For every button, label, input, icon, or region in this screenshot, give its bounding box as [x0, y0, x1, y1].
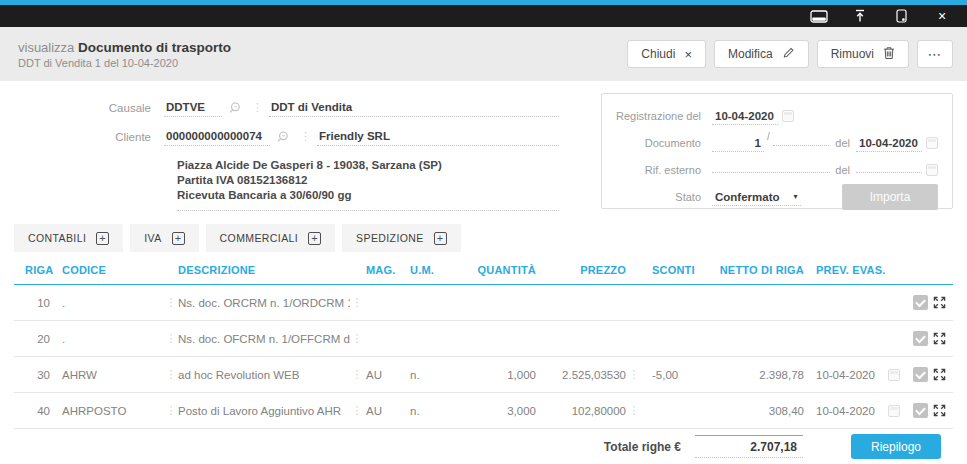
- expand-row-icon[interactable]: [933, 296, 946, 309]
- cell-netto: 2.398,78: [704, 369, 804, 381]
- riepilogo-button[interactable]: Riepilogo: [851, 434, 941, 459]
- cell-um: n.: [406, 405, 460, 417]
- del-label: del: [835, 137, 850, 149]
- rif-esterno-field[interactable]: [712, 168, 830, 173]
- cliente-address: Piazza Alcide De Gasperi 8 - 19038, Sarz…: [177, 154, 559, 211]
- cell-descrizione: Ns. doc. OFCRM n. 1/OFFCRM del: [178, 333, 350, 345]
- cliente-code-field[interactable]: 000000000000074: [164, 127, 270, 146]
- expand-plus-icon: +: [434, 232, 447, 245]
- tab-iva[interactable]: IVA +: [130, 224, 198, 252]
- cell-prezzo: 2.525,03530: [536, 369, 626, 381]
- row-checkbox[interactable]: [913, 331, 928, 346]
- col-header-netto[interactable]: NETTO DI RIGA: [704, 264, 804, 276]
- documento-suffix-field[interactable]: [773, 141, 829, 146]
- cell-riga: 20: [14, 333, 54, 345]
- cell-codice: AHRW: [54, 369, 164, 381]
- table-row[interactable]: 20 . ⋮ Ns. doc. OFCRM n. 1/OFFCRM del ⋮: [14, 321, 953, 357]
- causale-desc-field[interactable]: DDT di Vendita: [269, 98, 559, 117]
- cell-mag: AU: [364, 369, 406, 381]
- drag-handle-icon[interactable]: ⋮: [350, 296, 364, 309]
- cell-um: n.: [406, 369, 460, 381]
- device-icon[interactable]: [892, 8, 910, 24]
- totals-bar: Totale righe € 2.707,18 Riepilogo: [14, 434, 953, 459]
- col-header-descrizione[interactable]: DESCRIZIONE: [178, 264, 350, 276]
- col-header-mag[interactable]: MAG.: [364, 264, 406, 276]
- row-checkbox[interactable]: [913, 367, 928, 382]
- section-tabs: CONTABILI + IVA + COMMERCIALI + SPEDIZIO…: [14, 224, 953, 252]
- address-line: Piazza Alcide De Gasperi 8 - 19038, Sarz…: [177, 158, 559, 173]
- address-line: Ricevuta Bancaria a 30/60/90 gg: [177, 188, 559, 203]
- col-header-sconti[interactable]: SCONTI: [642, 264, 704, 276]
- more-actions-button[interactable]: ⋯: [917, 40, 953, 68]
- rif-esterno-date-field[interactable]: [856, 168, 922, 173]
- drag-handle-icon[interactable]: ⋮: [350, 368, 364, 381]
- col-header-codice[interactable]: CODICE: [54, 264, 164, 276]
- row-menu-icon[interactable]: ⋮: [626, 404, 642, 417]
- cell-riga: 10: [14, 297, 54, 309]
- del-label: del: [835, 164, 850, 176]
- calendar-icon[interactable]: [782, 110, 794, 122]
- cliente-row: Cliente 000000000000074 ⋮ Friendly SRL: [14, 122, 559, 151]
- drag-handle-icon: ⋮: [252, 101, 263, 114]
- expand-row-icon[interactable]: [933, 404, 946, 417]
- col-header-prev[interactable]: PREV. EVAS.: [804, 264, 884, 276]
- cell-descrizione: Posto di Lavoro Aggiuntivo AHR: [178, 405, 350, 417]
- address-line: Partita IVA 08152136812: [177, 173, 559, 188]
- drag-handle-icon[interactable]: ⋮: [164, 368, 178, 381]
- row-menu-icon[interactable]: ⋮: [626, 368, 642, 381]
- calendar-icon[interactable]: [888, 405, 900, 417]
- cliente-search-icon[interactable]: [276, 130, 290, 144]
- col-header-prezzo[interactable]: PREZZO: [536, 264, 626, 276]
- stato-dropdown[interactable]: Confermato ▾: [712, 189, 801, 206]
- table-row[interactable]: 30 AHRW ⋮ ad hoc Revolution WEB ⋮ AU n. …: [14, 357, 953, 393]
- col-header-quantita[interactable]: QUANTITÀ: [460, 264, 536, 276]
- window-close-icon[interactable]: ×: [933, 8, 951, 24]
- documento-number-field[interactable]: 1: [712, 135, 764, 152]
- window-card-icon[interactable]: [810, 8, 828, 24]
- remove-button[interactable]: Rimuovi: [817, 40, 909, 68]
- trash-icon: [883, 46, 895, 63]
- table-header-row: RIGA CODICE DESCRIZIONE MAG. U.M. QUANTI…: [14, 264, 953, 285]
- calendar-icon[interactable]: [888, 369, 900, 381]
- row-checkbox[interactable]: [913, 403, 928, 418]
- col-header-riga[interactable]: RIGA: [14, 264, 54, 276]
- drag-handle-icon[interactable]: ⋮: [164, 296, 178, 309]
- edit-button[interactable]: Modifica: [714, 40, 809, 68]
- pencil-icon: [782, 46, 795, 62]
- registration-panel: Registrazione del 10-04-2020 Documento 1…: [601, 93, 953, 209]
- totale-righe-label: Totale righe €: [604, 440, 681, 454]
- cell-descrizione: ad hoc Revolution WEB: [178, 369, 350, 381]
- drag-handle-icon: ⋮: [300, 130, 311, 143]
- cell-prezzo: 102,80000: [536, 405, 626, 417]
- mode-label: visualizza: [18, 40, 74, 55]
- tab-commerciali[interactable]: COMMERCIALI +: [206, 224, 336, 252]
- table-row[interactable]: 10 . ⋮ Ns. doc. ORCRM n. 1/ORDCRM 10-04 …: [14, 285, 953, 321]
- drag-handle-icon[interactable]: ⋮: [350, 404, 364, 417]
- col-header-um[interactable]: U.M.: [406, 264, 460, 276]
- expand-plus-icon: +: [308, 232, 321, 245]
- calendar-icon[interactable]: [926, 164, 938, 176]
- documento-row: Documento 1 / del 10-04-2020: [616, 131, 938, 155]
- row-checkbox[interactable]: [913, 295, 928, 310]
- documento-date-field[interactable]: 10-04-2020: [856, 135, 922, 152]
- tab-spedizione[interactable]: SPEDIZIONE +: [342, 224, 461, 252]
- registrazione-date-field[interactable]: 10-04-2020: [712, 108, 778, 125]
- drag-handle-icon[interactable]: ⋮: [164, 332, 178, 345]
- cell-prev-evas: 10-04-2020: [804, 405, 884, 417]
- drag-handle-icon[interactable]: ⋮: [164, 404, 178, 417]
- causale-search-icon[interactable]: [228, 101, 242, 115]
- cell-netto: 308,40: [704, 405, 804, 417]
- cliente-desc-field[interactable]: Friendly SRL: [317, 127, 559, 146]
- page-subtitle: DDT di Vendita 1 del 10-04-2020: [18, 57, 231, 69]
- tab-contabili[interactable]: CONTABILI +: [14, 224, 123, 252]
- causale-code-field[interactable]: DDTVE: [164, 98, 222, 117]
- upload-icon[interactable]: [851, 8, 869, 24]
- expand-row-icon[interactable]: [933, 332, 946, 345]
- drag-handle-icon[interactable]: ⋮: [350, 332, 364, 345]
- importa-button[interactable]: Importa: [842, 184, 938, 210]
- expand-row-icon[interactable]: [933, 368, 946, 381]
- table-row[interactable]: 40 AHRPOSTO ⋮ Posto di Lavoro Aggiuntivo…: [14, 393, 953, 429]
- cell-codice: AHRPOSTO: [54, 405, 164, 417]
- calendar-icon[interactable]: [926, 137, 938, 149]
- close-button[interactable]: Chiudi ×: [627, 40, 706, 68]
